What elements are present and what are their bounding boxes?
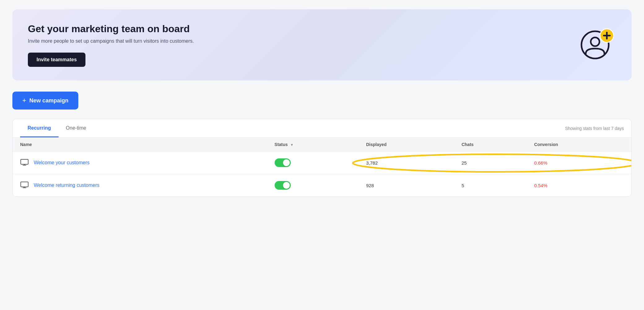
col-chats: Chats (454, 138, 527, 152)
monitor-icon (20, 158, 29, 167)
displayed-cell: 3,782 (359, 152, 454, 174)
tab-one-time[interactable]: One-time (59, 119, 94, 137)
table-row: Welcome your customers 3,782250.66% (13, 152, 631, 174)
tabs-bar: Recurring One-time Showing stats from la… (13, 119, 631, 138)
campaign-link[interactable]: Welcome returning customers (34, 183, 99, 188)
chats-cell: 25 (454, 152, 527, 174)
table-row: Welcome returning customers 92850.54% (13, 174, 631, 197)
campaign-name-cell: Welcome your customers (13, 152, 267, 174)
campaign-name-cell: Welcome returning customers (13, 174, 267, 197)
banner-subtitle: Invite more people to set up campaigns t… (28, 38, 194, 44)
chats-cell: 5 (454, 174, 527, 197)
invite-teammates-button[interactable]: Invite teammates (28, 53, 85, 67)
promo-banner: Get your marketing team on board Invite … (12, 9, 632, 80)
banner-content: Get your marketing team on board Invite … (28, 23, 194, 67)
campaigns-table: Name Status ▼ Displayed Chats Conversion… (13, 138, 631, 196)
new-campaign-button[interactable]: + New campaign (12, 92, 78, 110)
banner-icon (579, 26, 616, 63)
monitor-icon (20, 181, 29, 190)
svg-rect-8 (21, 182, 28, 187)
banner-title: Get your marketing team on board (28, 23, 194, 35)
conversion-cell: 0.54% (527, 174, 631, 197)
stats-info: Showing stats from last 7 days (565, 126, 624, 131)
tab-list: Recurring One-time (20, 119, 94, 137)
new-campaign-label: New campaign (29, 97, 68, 104)
campaigns-table-card: Recurring One-time Showing stats from la… (12, 119, 632, 197)
table-header-row: Name Status ▼ Displayed Chats Conversion (13, 138, 631, 152)
status-cell (267, 174, 359, 197)
displayed-cell: 928 (359, 174, 454, 197)
add-person-icon (579, 26, 616, 63)
sort-arrow-icon: ▼ (290, 143, 294, 147)
svg-point-1 (591, 37, 599, 46)
conversion-cell: 0.66% (527, 152, 631, 174)
campaign-link[interactable]: Welcome your customers (34, 160, 89, 166)
col-name: Name (13, 138, 267, 152)
col-status[interactable]: Status ▼ (267, 138, 359, 152)
status-cell (267, 152, 359, 174)
tab-recurring[interactable]: Recurring (20, 119, 59, 137)
status-toggle[interactable] (275, 181, 291, 190)
svg-rect-5 (21, 159, 28, 164)
plus-icon: + (22, 97, 26, 105)
col-displayed: Displayed (359, 138, 454, 152)
status-toggle[interactable] (275, 158, 291, 167)
col-conversion: Conversion (527, 138, 631, 152)
